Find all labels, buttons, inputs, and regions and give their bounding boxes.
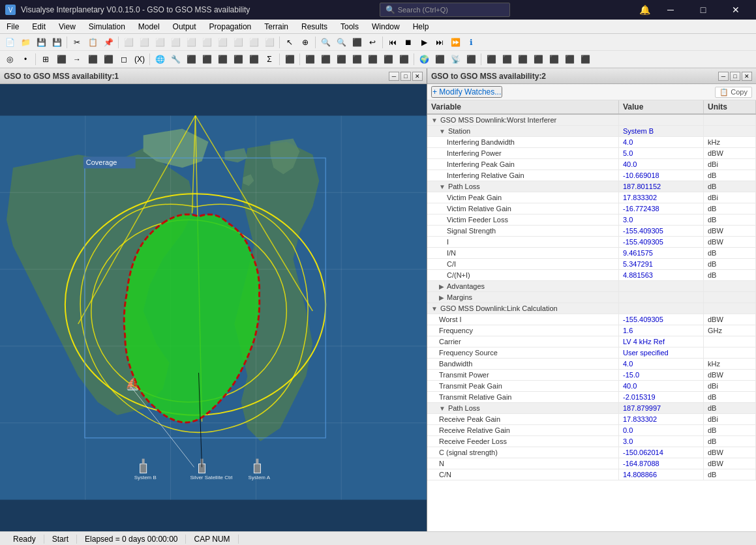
toolbar2-b26[interactable]: 🌍 bbox=[417, 52, 431, 66]
table-row[interactable]: ▼Path Loss 187.801152 dB bbox=[427, 181, 756, 192]
toolbar2-b3[interactable]: ⊞ bbox=[38, 52, 53, 66]
toolbar-zoom-out[interactable]: 🔍 bbox=[334, 35, 348, 50]
close-button[interactable]: ✕ bbox=[721, 0, 751, 20]
data-minimize-btn[interactable]: ─ bbox=[718, 72, 729, 81]
toolbar-b3[interactable]: ⬜ bbox=[153, 35, 167, 50]
table-row[interactable]: ▼Path Loss 187.879997 dB bbox=[427, 403, 756, 414]
menu-file[interactable]: File bbox=[0, 20, 25, 34]
toolbar2-b9[interactable]: (X) bbox=[132, 52, 147, 66]
toolbar-fit[interactable]: ⬛ bbox=[350, 35, 364, 50]
toolbar2-b15[interactable]: ⬛ bbox=[231, 52, 245, 66]
toolbar2-b12[interactable]: ⬛ bbox=[184, 52, 198, 66]
toolbar-copy[interactable]: 📋 bbox=[85, 35, 100, 50]
toolbar2-b8[interactable]: ◻ bbox=[117, 52, 131, 66]
toolbar-play[interactable]: ▶ bbox=[417, 35, 431, 50]
collapse-icon[interactable]: ▼ bbox=[431, 305, 438, 312]
map-close-btn[interactable]: ✕ bbox=[412, 72, 423, 81]
menu-output[interactable]: Output bbox=[166, 20, 203, 34]
toolbar2-b5[interactable]: → bbox=[70, 52, 84, 66]
data-maximize-btn[interactable]: □ bbox=[730, 72, 740, 81]
table-row[interactable]: ▶Advantages bbox=[427, 281, 756, 292]
modify-watches-button[interactable]: + Modify Watches... bbox=[431, 86, 502, 98]
toolbar2-b2[interactable]: • bbox=[18, 52, 33, 66]
collapse-icon[interactable]: ▼ bbox=[439, 128, 446, 135]
toolbar2-b16[interactable]: ⬛ bbox=[247, 52, 261, 66]
toolbar-stop[interactable]: ⏹ bbox=[401, 35, 416, 50]
toolbar2-b20[interactable]: ⬛ bbox=[318, 52, 333, 66]
toolbar-play-back[interactable]: ⏮ bbox=[386, 35, 400, 50]
toolbar2-b19[interactable]: ⬛ bbox=[303, 52, 317, 66]
toolbar2-b33[interactable]: ⬛ bbox=[531, 52, 545, 66]
toolbar2-b27[interactable]: ⬛ bbox=[432, 52, 447, 66]
map-content[interactable]: Coverage System B Silver Satellite Ctrl bbox=[0, 84, 427, 531]
menu-help[interactable]: Help bbox=[406, 20, 436, 34]
table-row[interactable]: ▼Station System B bbox=[427, 126, 756, 137]
map-minimize-btn[interactable]: ─ bbox=[389, 72, 399, 81]
menu-window[interactable]: Window bbox=[365, 20, 406, 34]
menu-model[interactable]: Model bbox=[132, 20, 166, 34]
collapse-icon[interactable]: ▼ bbox=[431, 117, 438, 124]
data-close-btn[interactable]: ✕ bbox=[742, 72, 752, 81]
toolbar2-b11[interactable]: 🔧 bbox=[168, 52, 183, 66]
menu-tools[interactable]: Tools bbox=[334, 20, 365, 34]
toolbar-b6[interactable]: ⬜ bbox=[200, 35, 214, 50]
menu-results[interactable]: Results bbox=[295, 20, 334, 34]
toolbar2-b29[interactable]: ⬛ bbox=[464, 52, 478, 66]
copy-button[interactable]: 📋 Copy bbox=[715, 87, 752, 98]
toolbar2-b7[interactable]: ⬛ bbox=[101, 52, 115, 66]
toolbar-save[interactable]: 💾 bbox=[34, 35, 48, 50]
table-row[interactable]: ▼GSO MSS Downlink:Worst Interferer bbox=[427, 115, 756, 126]
toolbar2-b17[interactable]: Σ bbox=[262, 52, 277, 66]
collapse-icon[interactable]: ▶ bbox=[439, 294, 444, 301]
toolbar2-b30[interactable]: ⬛ bbox=[484, 52, 498, 66]
toolbar2-b32[interactable]: ⬛ bbox=[515, 52, 530, 66]
toolbar2-b34[interactable]: ⬛ bbox=[547, 52, 561, 66]
toolbar2-b13[interactable]: ⬛ bbox=[200, 52, 214, 66]
toolbar2-b22[interactable]: ⬛ bbox=[350, 52, 364, 66]
toolbar2-b35[interactable]: ⬛ bbox=[562, 52, 577, 66]
toolbar-info[interactable]: ℹ bbox=[464, 35, 478, 50]
table-row[interactable]: ▶Margins bbox=[427, 292, 756, 303]
toolbar-select[interactable]: ⊕ bbox=[298, 35, 312, 50]
toolbar-undo[interactable]: ↩ bbox=[365, 35, 380, 50]
toolbar-cut[interactable]: ✂ bbox=[70, 35, 84, 50]
toolbar2-b25[interactable]: ⬛ bbox=[397, 52, 411, 66]
toolbar2-b28[interactable]: 📡 bbox=[448, 52, 462, 66]
collapse-icon[interactable]: ▶ bbox=[439, 283, 444, 290]
toolbar-save2[interactable]: 💾 bbox=[50, 35, 64, 50]
toolbar-step[interactable]: ⏭ bbox=[432, 35, 447, 50]
menu-view[interactable]: View bbox=[52, 20, 82, 34]
toolbar-new[interactable]: 📄 bbox=[3, 35, 17, 50]
toolbar-b8[interactable]: ⬜ bbox=[231, 35, 245, 50]
data-table[interactable]: Variable Value Units ▼GSO MSS Downlink:W… bbox=[427, 100, 756, 531]
toolbar2-b18[interactable]: ⬛ bbox=[282, 52, 297, 66]
toolbar2-b1[interactable]: ◎ bbox=[3, 52, 17, 66]
menu-edit[interactable]: Edit bbox=[25, 20, 52, 34]
toolbar-fast[interactable]: ⏩ bbox=[448, 35, 462, 50]
toolbar-b1[interactable]: ⬜ bbox=[121, 35, 136, 50]
collapse-icon[interactable]: ▼ bbox=[439, 183, 446, 190]
map-maximize-btn[interactable]: □ bbox=[401, 72, 411, 81]
menu-propagation[interactable]: Propagation bbox=[203, 20, 258, 34]
toolbar-b2[interactable]: ⬜ bbox=[137, 35, 151, 50]
minimize-button[interactable]: ─ bbox=[656, 0, 686, 20]
menu-terrain[interactable]: Terrain bbox=[258, 20, 295, 34]
toolbar2-b24[interactable]: ⬛ bbox=[381, 52, 395, 66]
toolbar2-b23[interactable]: ⬛ bbox=[365, 52, 380, 66]
toolbar2-b21[interactable]: ⬛ bbox=[334, 52, 348, 66]
toolbar-arrow[interactable]: ↖ bbox=[282, 35, 297, 50]
toolbar2-b14[interactable]: ⬛ bbox=[215, 52, 230, 66]
menu-simulation[interactable]: Simulation bbox=[82, 20, 132, 34]
toolbar2-b31[interactable]: ⬛ bbox=[500, 52, 514, 66]
search-bar[interactable]: 🔍 Search (Ctrl+Q) bbox=[380, 3, 510, 17]
maximize-button[interactable]: □ bbox=[688, 0, 718, 20]
toolbar2-b10[interactable]: 🌐 bbox=[153, 52, 167, 66]
toolbar-b7[interactable]: ⬜ bbox=[215, 35, 230, 50]
toolbar-zoom-in[interactable]: 🔍 bbox=[318, 35, 333, 50]
collapse-icon[interactable]: ▼ bbox=[439, 405, 446, 412]
toolbar2-b4[interactable]: ⬛ bbox=[54, 52, 68, 66]
table-row[interactable]: ▼GSO MSS Downlink:Link Calculation bbox=[427, 303, 756, 314]
toolbar-b9[interactable]: ⬜ bbox=[247, 35, 261, 50]
toolbar-b5[interactable]: ⬜ bbox=[184, 35, 198, 50]
toolbar-b10[interactable]: ⬜ bbox=[262, 35, 277, 50]
